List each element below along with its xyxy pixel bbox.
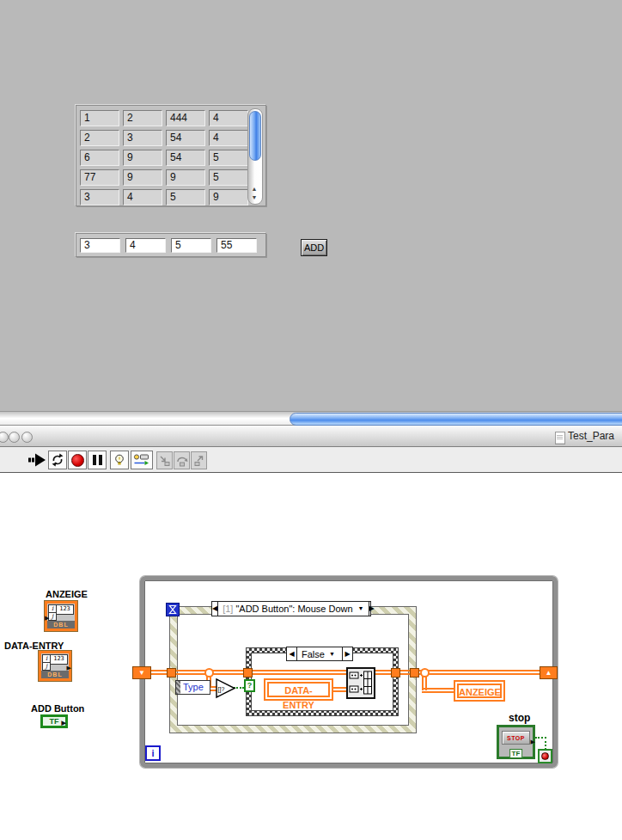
right-shift-register[interactable]: ▲ [540,666,558,679]
table-cell[interactable]: 3 [80,189,119,205]
array-wire [375,670,391,675]
previous-case-arrow-icon[interactable]: ◀ [287,647,297,660]
table-cell[interactable]: 5 [166,189,205,205]
table-cell[interactable]: 444 [166,110,205,126]
abort-button[interactable] [68,451,87,469]
case-right-tunnel[interactable] [391,668,400,678]
table-cell[interactable]: 9 [123,150,162,166]
hourglass-icon [168,604,177,615]
data-entry-array-control: 3 4 5 55 [76,233,266,257]
add-button[interactable]: ADD [301,239,327,256]
case-selector-label[interactable]: ◀ False ▼ ▶ [286,647,353,661]
case-selector-terminal[interactable]: ? [244,679,255,692]
add-button-terminal[interactable]: TF ▶ [40,714,68,728]
scrollbar-thumb[interactable] [249,111,261,161]
table-cell[interactable]: 4 [209,130,248,146]
front-panel-window: 1 2 444 4 2 3 54 4 6 9 54 5 77 9 9 5 3 4… [0,0,622,411]
table-cell[interactable]: 54 [166,150,205,166]
table-cell[interactable]: 9 [166,169,205,186]
abort-icon [71,454,84,467]
table-cell[interactable]: 2 [123,110,162,126]
data-entry-local-variable[interactable]: DATA-ENTRY [264,678,333,701]
table-cell[interactable]: 4 [123,189,162,205]
scrollbar-thumb[interactable] [290,413,622,426]
zoom-button[interactable] [21,432,33,443]
array-wire [419,670,540,675]
table-cell[interactable]: 2 [80,130,119,146]
table-cell[interactable]: 5 [209,169,248,186]
event-timeout-terminal[interactable] [166,603,180,616]
entry-cell[interactable]: 5 [171,238,211,253]
retain-wire-values-button[interactable] [131,451,153,469]
table-cell[interactable]: 4 [209,110,248,126]
loop-condition-terminal[interactable] [538,749,552,763]
left-shift-register[interactable]: ▼ [132,666,151,679]
stop-button-terminal[interactable]: STOP TF ▶ [497,725,535,759]
step-into-icon [159,455,171,467]
boolean-wire [545,737,546,750]
array-wire [253,670,346,675]
labview-screen: 1 2 444 4 2 3 54 4 6 9 54 5 77 9 9 5 3 4… [0,0,622,840]
entry-cell[interactable]: 3 [80,238,120,253]
stop-button-icon: STOP [502,731,530,745]
run-continuous-button[interactable] [48,451,67,469]
minimize-button[interactable] [9,432,20,443]
add-button-terminal-label: ADD Button [31,703,84,714]
table-cell[interactable]: 9 [123,169,162,186]
table-vertical-scrollbar[interactable]: ▲▼ [247,108,263,205]
event-index: [1] [223,602,233,616]
table-cell[interactable]: 6 [80,150,119,166]
previous-case-arrow-icon[interactable]: ◀ [212,602,218,616]
next-case-arrow-icon[interactable]: ▶ [342,647,352,660]
lightbulb-icon [113,453,126,467]
indicator-arrow-icon: ▶ [45,615,49,621]
table-cell[interactable]: 1 [80,110,119,126]
event-selector-label[interactable]: ◀ [1] "ADD Button": Mouse Down ▼ ▶ [211,601,371,616]
scrollbar-arrows[interactable]: ▲▼ [248,185,260,202]
document-icon [555,432,565,445]
table-cell[interactable]: 54 [166,130,205,146]
iteration-terminal[interactable]: i [145,745,161,761]
table-cell[interactable]: 9 [209,189,248,205]
build-array-icon [348,669,374,697]
table-cell[interactable]: 5 [209,150,248,166]
anzeige-terminal[interactable]: i j k 123 DBL ▶ [45,601,77,631]
run-arrow-icon [28,452,47,468]
event-left-tunnel[interactable] [167,668,176,678]
step-into-button[interactable] [156,451,173,469]
empty-array-node[interactable]: []? [216,678,236,699]
step-over-button[interactable] [174,451,190,469]
anzeige-terminal-label: ANZEIGE [46,589,88,600]
pause-button[interactable] [88,451,107,469]
array-wire [400,670,410,675]
anzeige-local-variable[interactable]: ANZEIGE [454,680,505,702]
control-arrow-icon: ▶ [531,739,535,745]
stop-if-true-icon [541,752,549,760]
case-left-tunnel[interactable] [243,668,253,678]
numeric-element-icon: 123 [50,654,68,665]
event-right-tunnel[interactable] [410,668,419,678]
control-arrow-icon: ▶ [67,665,71,671]
anzeige-array-indicator: 1 2 444 4 2 3 54 4 6 9 54 5 77 9 9 5 3 4… [76,105,266,206]
panel-horizontal-scrollbar[interactable] [0,411,622,426]
entry-cell[interactable]: 4 [125,238,166,253]
event-name: "ADD Button": Mouse Down [235,602,352,616]
pause-icon [93,455,96,465]
step-out-button[interactable] [191,451,207,469]
step-out-icon [193,455,205,467]
run-button[interactable] [28,452,47,471]
dropdown-arrow-icon[interactable]: ▼ [358,602,364,616]
data-entry-terminal[interactable]: i j k 123 DBL ▶ [39,651,71,681]
highlight-execution-button[interactable] [110,451,129,469]
table-cell[interactable]: 3 [123,130,162,146]
array-wire [333,687,346,692]
table-cell[interactable]: 77 [80,169,119,186]
entry-cell[interactable]: 55 [216,238,257,253]
next-case-arrow-icon[interactable]: ▶ [369,602,375,616]
build-array-node[interactable] [346,667,375,699]
event-data-node-type[interactable]: Type [175,680,210,695]
dropdown-arrow-icon[interactable]: ▼ [329,647,335,661]
wire-junction [420,668,430,678]
control-arrow-icon: ▶ [62,720,66,726]
diagram-window-titlebar [0,426,622,447]
